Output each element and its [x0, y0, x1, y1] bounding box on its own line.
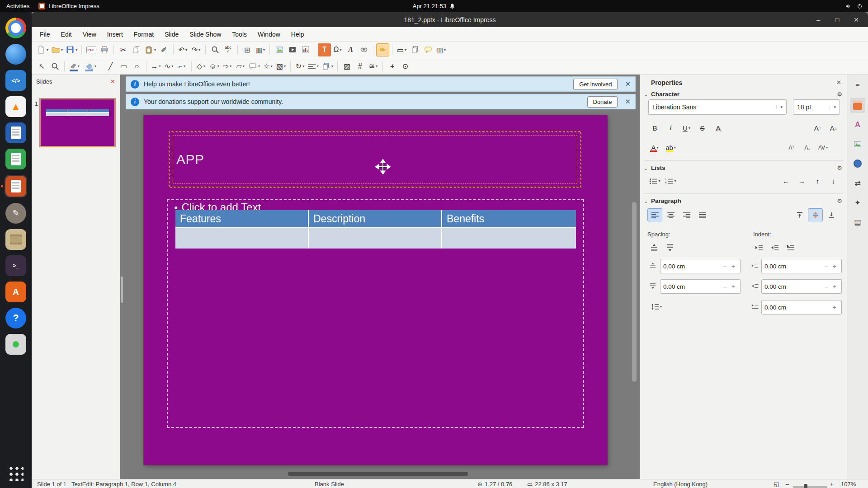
character-collapse-icon[interactable]: ⌄ — [644, 92, 648, 98]
undo-button[interactable]: ↶▾ — [176, 43, 189, 56]
dock-gimp-icon[interactable]: ✎ — [5, 203, 26, 224]
chevron-down-icon[interactable]: ▾ — [776, 105, 783, 109]
decrement-icon[interactable]: – — [822, 304, 830, 311]
zoom-fit-button[interactable]: ◱ — [774, 480, 779, 488]
redo-button[interactable]: ↷▾ — [189, 43, 203, 56]
select-button[interactable]: ↖ — [35, 60, 48, 73]
zoom-out-button[interactable]: – — [786, 480, 789, 488]
system-status-area[interactable] — [845, 3, 863, 9]
zoom-level-label[interactable]: 107% — [841, 480, 856, 488]
rotate-button[interactable]: ↻▾ — [293, 60, 307, 73]
line-color-button[interactable]: ✐▾ — [67, 60, 83, 73]
show-draw-functions-button[interactable]: ✏ — [376, 43, 389, 56]
line-spacing-button[interactable]: ▾ — [646, 300, 666, 313]
increment-icon[interactable]: + — [729, 263, 737, 270]
edit-points-button[interactable]: + — [386, 60, 399, 73]
decrement-icon[interactable]: – — [822, 263, 830, 270]
grow-font-button[interactable]: A↑ — [810, 122, 825, 135]
menu-format[interactable]: Format — [128, 28, 159, 40]
flowchart-button[interactable]: ▱▾ — [234, 60, 247, 73]
basic-shapes-button[interactable]: ◇▾ — [194, 60, 208, 73]
insert-image-button[interactable] — [273, 43, 286, 56]
lists-settings-icon[interactable]: ⚙ — [837, 164, 842, 171]
arrange-button[interactable]: ▾ — [320, 60, 335, 73]
dropdown-icon[interactable]: ▾ — [47, 48, 48, 52]
menu-window[interactable]: Window — [252, 28, 286, 40]
dropdown-icon[interactable]: ▾ — [94, 64, 96, 68]
focused-app-indicator[interactable]: LibreOffice Impress — [38, 3, 99, 9]
export-pdf-button[interactable]: PDF — [85, 43, 98, 56]
sidebar-menu-icon[interactable]: ≡ — [850, 78, 865, 94]
dropdown-icon[interactable]: ▾ — [657, 145, 659, 150]
hanging-indent-button[interactable] — [783, 241, 798, 254]
dock-vlc-icon[interactable]: ▲ — [5, 96, 26, 117]
dock-firefox-icon[interactable] — [5, 44, 26, 65]
move-up-button[interactable]: ↑ — [810, 174, 825, 188]
highlight-color-button[interactable]: ab▾ — [663, 141, 678, 154]
zoom-slider-handle[interactable] — [804, 484, 807, 488]
slide-title-text[interactable]: APP — [176, 152, 204, 167]
char-shadow-button[interactable]: A — [711, 122, 726, 135]
dropdown-icon[interactable]: ▾ — [689, 126, 690, 130]
dropdown-icon[interactable]: ▾ — [674, 145, 676, 150]
lists-collapse-icon[interactable]: ⌄ — [644, 165, 648, 171]
increment-icon[interactable]: + — [830, 263, 839, 270]
dropdown-icon[interactable]: ▾ — [78, 64, 80, 68]
print-button[interactable] — [98, 43, 111, 56]
chevron-down-icon[interactable]: ▾ — [830, 105, 836, 109]
clone-formatting-button[interactable]: ✐ — [157, 43, 170, 56]
notification-close-icon[interactable]: ✕ — [625, 80, 631, 88]
menu-slide-show[interactable]: Slide Show — [184, 28, 226, 40]
display-views-button[interactable]: ▥▾ — [434, 43, 448, 56]
crop-button[interactable]: # — [354, 60, 367, 73]
dropdown-icon[interactable]: ▾ — [61, 48, 63, 52]
fontwork-button[interactable]: A — [344, 43, 357, 56]
dropdown-icon[interactable]: ▾ — [302, 64, 304, 68]
dock-impress-active[interactable] — [5, 175, 27, 197]
display-grid-button[interactable]: ⊞ — [241, 43, 254, 56]
tab-animation[interactable]: ✦ — [850, 195, 865, 210]
increment-icon[interactable]: + — [830, 283, 839, 290]
dropdown-icon[interactable]: ▾ — [263, 48, 265, 52]
symbol-shapes-button[interactable]: ☺▾ — [208, 60, 221, 73]
insert-line-button[interactable]: ╱ — [104, 60, 117, 73]
zoom-in-button[interactable]: + — [830, 480, 834, 488]
table-header-cell[interactable]: Description — [309, 210, 442, 228]
menu-slide[interactable]: Slide — [159, 28, 184, 40]
slide-table[interactable]: Features Description Benefits — [175, 210, 576, 249]
unordered-list-button[interactable]: ▾ — [647, 174, 662, 188]
slide-layout-label[interactable]: Blank Slide — [315, 480, 344, 488]
ordered-list-button[interactable]: 123▾ — [663, 174, 678, 188]
duplicate-button[interactable] — [408, 43, 421, 56]
copy-button[interactable] — [130, 43, 143, 56]
slide-thumbnail[interactable] — [40, 99, 115, 147]
fill-color-button[interactable]: ▾ — [83, 60, 98, 73]
zoom-pan-button[interactable] — [48, 60, 61, 73]
decrement-icon[interactable]: – — [721, 283, 729, 290]
dropdown-icon[interactable]: ▾ — [217, 64, 219, 68]
tab-properties[interactable] — [850, 98, 865, 113]
dock-terminal-icon[interactable]: >_ — [5, 255, 26, 276]
increase-spacing-button[interactable] — [646, 241, 661, 254]
align-vcenter-button[interactable] — [808, 208, 823, 221]
spacing-above-field[interactable]: 0.00 cm – + — [660, 259, 741, 273]
increment-icon[interactable]: + — [830, 304, 839, 311]
block-arrows-button[interactable]: ⇨▾ — [221, 60, 234, 73]
indent-before-field[interactable]: 0.00 cm – + — [761, 259, 842, 273]
char-spacing-button[interactable]: AV▾ — [816, 141, 830, 154]
indent-first-line-field[interactable]: 0.00 cm – + — [761, 300, 842, 314]
dock-vscode-icon[interactable]: </> — [5, 70, 26, 91]
horizontal-scrollbar[interactable] — [288, 472, 468, 476]
italic-button[interactable]: I — [663, 122, 678, 135]
dropdown-icon[interactable]: ▾ — [185, 48, 187, 52]
table-header-cell[interactable]: Benefits — [442, 210, 576, 228]
subscript-button[interactable]: A₁ — [800, 141, 815, 154]
spelling-button[interactable]: abc✓ — [222, 43, 235, 56]
show-applications-icon[interactable] — [5, 463, 26, 483]
zoom-slider[interactable] — [793, 483, 827, 488]
ellipse-button[interactable]: ○ — [130, 60, 143, 73]
window-title-bar[interactable]: 181_2.pptx - LibreOffice Impress – □ ✕ — [32, 12, 868, 27]
filter-button[interactable]: ≋▾ — [367, 60, 380, 73]
new-document-button[interactable]: ▾ — [35, 43, 50, 56]
table-cell[interactable] — [442, 228, 576, 249]
